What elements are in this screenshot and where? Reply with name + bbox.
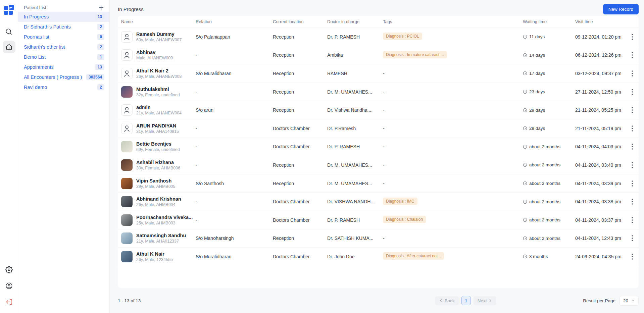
tags-cell: -	[383, 71, 523, 76]
chevron-left-icon	[439, 299, 443, 303]
location-cell: Reception	[273, 34, 327, 40]
diagnosis-tag: Diagnosis : IMC	[383, 198, 417, 205]
row-menu-kebab-icon[interactable]	[629, 124, 635, 133]
patient-row[interactable]: Vipin Santhosh 29y, Male, AHMB005 S/o Sa…	[118, 174, 639, 193]
visit-time-cell: 04-11-2024, 03:38 pm	[575, 199, 626, 204]
search-icon[interactable]	[3, 25, 15, 38]
row-menu-kebab-icon[interactable]	[629, 252, 635, 261]
sidebar-item-count-badge: 13	[95, 64, 104, 70]
page-title: In Progress	[118, 6, 144, 12]
location-cell: Reception	[273, 236, 327, 241]
patient-row[interactable]: Abhinav Male, AHANEW009 - Reception Ambi…	[118, 46, 639, 65]
sidebar-list-item[interactable]: Poornas list 0	[18, 32, 109, 42]
tags-cell: Diagnosis : Chalaion	[383, 216, 523, 224]
logout-icon[interactable]	[3, 296, 15, 308]
patient-name: Abhinand Krishnan	[136, 196, 181, 202]
patient-row[interactable]: Poornachandra Viveka... 25y, Male, AHMB0…	[118, 211, 639, 229]
patient-row[interactable]: Ashabil Rizhana 30y, Female, AHMB006 - R…	[118, 156, 639, 174]
doctor-cell: Ambika	[327, 52, 383, 58]
sidebar-item-count-badge: 303564	[86, 74, 104, 80]
sidebar-item-label: In Progress	[24, 14, 49, 19]
tags-cell: -	[383, 181, 523, 186]
patient-row[interactable]: Athul K Nair 2 26y, Male, AHANEW008 S/o …	[118, 64, 639, 83]
sidebar-list-item[interactable]: Appointments 13	[18, 62, 109, 72]
relation-cell: S/o Muralidharan	[196, 71, 273, 76]
person-icon	[121, 49, 132, 61]
row-menu-kebab-icon[interactable]	[629, 33, 635, 41]
next-button[interactable]: Next	[474, 296, 497, 305]
back-button[interactable]: Back	[435, 296, 459, 305]
waiting-time-cell: about 2 months	[523, 144, 575, 149]
clock-icon	[523, 90, 527, 94]
page-number-button[interactable]: 1	[461, 296, 471, 305]
relation-cell: S/o Santhosh	[196, 181, 273, 186]
row-menu-kebab-icon[interactable]	[629, 234, 635, 243]
clock-icon	[523, 218, 527, 222]
row-menu-kebab-icon[interactable]	[629, 161, 635, 169]
sidebar-list-item[interactable]: Demo List 1	[18, 52, 109, 62]
patient-meta: 32y, Female, undefined	[136, 93, 180, 97]
row-menu-kebab-icon[interactable]	[629, 142, 635, 151]
settings-gear-icon[interactable]	[3, 263, 15, 276]
relation-cell: -	[196, 126, 273, 131]
clock-icon	[523, 236, 527, 241]
relation-cell: S/o Palaniappan	[196, 34, 273, 40]
waiting-time-cell: about 2 months	[523, 217, 575, 222]
home-button[interactable]	[3, 41, 15, 53]
location-cell: Doctors Chamber	[273, 199, 327, 204]
clock-icon	[523, 163, 527, 167]
patient-meta: 21y, Male, AHANEW004	[136, 111, 182, 115]
tags-cell: Diagnosis : IMC	[383, 198, 523, 206]
clock-icon	[523, 71, 527, 75]
sidebar-item-count-badge: 1	[97, 54, 104, 60]
row-menu-kebab-icon[interactable]	[629, 88, 635, 96]
person-icon	[121, 104, 132, 116]
sidebar-title: Patient List	[24, 5, 46, 10]
row-menu-kebab-icon[interactable]	[629, 69, 635, 78]
doctor-cell: Dr. P.Ramesh	[327, 126, 383, 131]
sidebar-item-label: Ravi demo	[24, 85, 47, 90]
sidebar-list-item[interactable]: Dr Sidharth's Patients 2	[18, 22, 109, 32]
row-menu-kebab-icon[interactable]	[629, 179, 635, 188]
diagnosis-tag: Diagnosis : Chalaion	[383, 216, 426, 223]
location-cell: Doctors Chamber	[273, 254, 327, 259]
row-menu-kebab-icon[interactable]	[629, 216, 635, 224]
sidebar-list-item[interactable]: Sidharth's other list 2	[18, 42, 109, 52]
patient-row[interactable]: ARUN PANDIYAN 31y, Male, AHA140915 - Doc…	[118, 119, 639, 138]
column-header-doctor: Doctor in-charge	[327, 19, 383, 24]
location-cell: Reception	[273, 89, 327, 95]
patient-name: Vipin Santhosh	[136, 178, 176, 184]
clock-icon	[523, 53, 527, 57]
sidebar-item-count-badge: 2	[97, 44, 104, 50]
patient-row[interactable]: admin 21y, Male, AHANEW004 S/o arun Rece…	[118, 101, 639, 119]
table-header-row: Name Relation Current location Doctor in…	[118, 16, 639, 28]
result-range: 1 - 13 of 13	[118, 298, 141, 303]
relation-cell: S/o Muralidharan	[196, 254, 273, 259]
new-record-button[interactable]: New Record	[603, 4, 639, 14]
doctor-cell: Dr. P. RAMESH	[327, 34, 383, 40]
tags-cell: -	[383, 126, 523, 131]
waiting-time-cell: 14 days	[523, 53, 575, 58]
relation-cell: -	[196, 89, 273, 95]
add-list-button[interactable]	[98, 4, 104, 11]
relation-cell: S/o Manoharsingh	[196, 236, 273, 241]
profile-icon[interactable]	[3, 279, 15, 292]
sidebar-list-item[interactable]: In Progress 13	[18, 12, 109, 22]
patient-row[interactable]: Satnamsingh Sandhu 21y, Male, AHA012337 …	[118, 229, 639, 248]
patient-row[interactable]: Ramesh Dummy 60y, Male, AHANEW007 S/o Pa…	[118, 28, 639, 46]
patient-row[interactable]: Bettie Beentjes 69y, Female, undefined -…	[118, 138, 639, 156]
patient-row[interactable]: Muthulakshmi 32y, Female, undefined - Re…	[118, 83, 639, 101]
per-page-select[interactable]: 20	[620, 296, 639, 306]
clock-icon	[523, 254, 527, 259]
sidebar-list-item[interactable]: All Encounters ( Progress ) 303564	[18, 72, 109, 82]
relation-cell: S/o arun	[196, 107, 273, 113]
row-menu-kebab-icon[interactable]	[629, 51, 635, 59]
patient-row[interactable]: Abhinand Krishnan 26y, Male, AHMB004 - D…	[118, 193, 639, 211]
relation-cell: -	[196, 144, 273, 149]
clock-icon	[523, 145, 527, 149]
row-menu-kebab-icon[interactable]	[629, 106, 635, 114]
tags-cell: Diagnosis : Immature cataract ...	[383, 51, 523, 59]
row-menu-kebab-icon[interactable]	[629, 197, 635, 206]
patient-row[interactable]: Athul K Nair 26y, Male, 1234555 S/o Mura…	[118, 248, 639, 266]
sidebar-list-item[interactable]: Ravi demo 2	[18, 82, 109, 92]
